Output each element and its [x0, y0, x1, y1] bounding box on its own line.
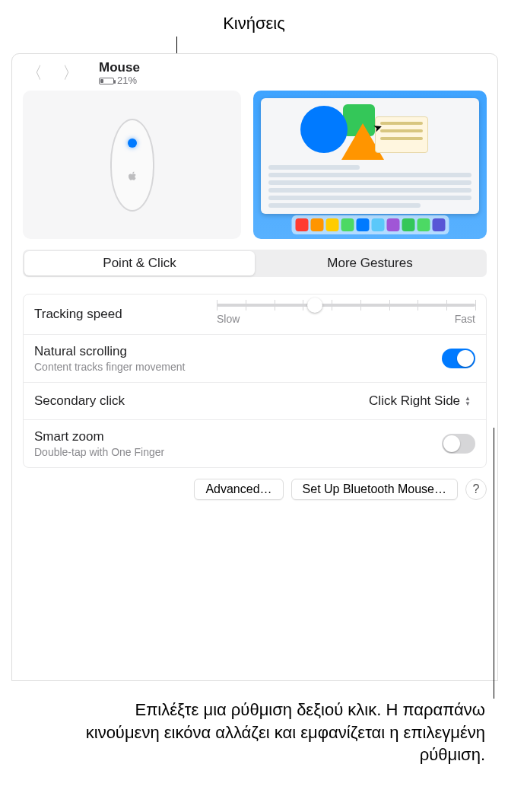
- natural-scrolling-sub: Content tracks finger movement: [34, 361, 185, 373]
- battery-icon: [99, 78, 114, 84]
- row-tracking-speed: Tracking speed Slow Fast: [24, 295, 486, 334]
- secondary-click-value: Click Right Side: [369, 393, 460, 409]
- smart-zoom-toggle[interactable]: [442, 434, 475, 454]
- row-smart-zoom: Smart zoom Double-tap with One Finger: [24, 419, 486, 467]
- apple-logo-icon: [128, 171, 137, 184]
- callout-line: [494, 428, 494, 699]
- help-button[interactable]: ?: [465, 479, 487, 500]
- mouse-illustration: [23, 91, 241, 239]
- titlebar: 〈 〉 Mouse 21%: [12, 54, 497, 91]
- natural-scrolling-label: Natural scrolling: [34, 344, 185, 359]
- battery-percent: 21%: [117, 75, 137, 87]
- tab-point-and-click[interactable]: Point & Click: [24, 251, 255, 275]
- updown-chevron-icon: ▲▼: [465, 396, 471, 406]
- secondary-click-label: Secondary click: [34, 393, 125, 409]
- row-natural-scrolling: Natural scrolling Content tracks finger …: [24, 334, 486, 382]
- callout-gestures-label: Κινήσεις: [223, 14, 285, 33]
- mouse-touch-indicator: [128, 139, 137, 148]
- nav-forward-icon[interactable]: 〉: [62, 62, 79, 84]
- natural-scrolling-toggle[interactable]: [442, 349, 475, 368]
- tracking-speed-label: Tracking speed: [34, 307, 122, 322]
- advanced-button[interactable]: Advanced…: [194, 479, 283, 500]
- callout-secondary-click-text: Επιλέξτε μια ρύθμιση δεξιού κλικ. Η παρα…: [61, 699, 485, 766]
- secondary-click-popup[interactable]: Click Right Side ▲▼: [361, 392, 475, 410]
- tracking-speed-slider[interactable]: Slow Fast: [217, 304, 475, 325]
- tab-segmented-control: Point & Click More Gestures: [23, 250, 487, 277]
- smart-zoom-label: Smart zoom: [34, 429, 164, 444]
- tab-more-gestures[interactable]: More Gestures: [255, 251, 485, 275]
- settings-list: Tracking speed Slow Fast Natural scrolli…: [23, 294, 487, 468]
- row-secondary-click: Secondary click Click Right Side ▲▼: [24, 382, 486, 419]
- slider-slow-label: Slow: [217, 313, 240, 325]
- mouse-settings-panel: 〈 〉 Mouse 21%: [11, 53, 498, 681]
- setup-bluetooth-button[interactable]: Set Up Bluetooth Mouse…: [291, 479, 458, 500]
- dock-preview: [291, 215, 449, 234]
- gesture-animation-preview: ➤: [253, 91, 487, 239]
- smart-zoom-sub: Double-tap with One Finger: [34, 446, 164, 458]
- nav-back-icon[interactable]: 〈: [26, 62, 43, 84]
- slider-fast-label: Fast: [455, 313, 475, 325]
- page-title: Mouse: [99, 60, 140, 75]
